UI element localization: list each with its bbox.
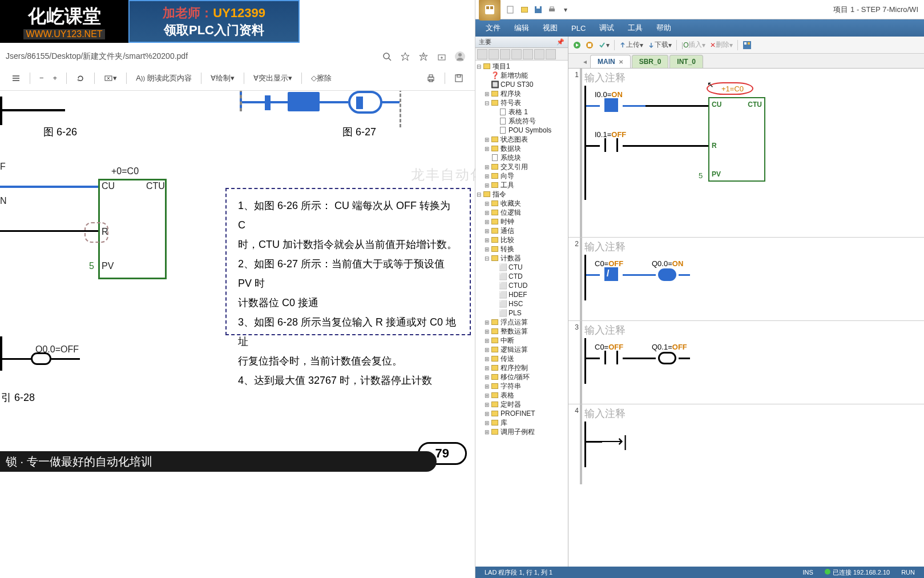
view-btn-1[interactable] [477, 49, 487, 59]
tab-main[interactable]: MAIN✕ [590, 55, 631, 68]
erase-button[interactable]: ◇ 擦除 [306, 71, 336, 86]
coil-q01[interactable] [656, 352, 679, 364]
tree-counter[interactable]: 计数器 [501, 254, 521, 263]
open-icon[interactable] [519, 4, 530, 15]
delete-button[interactable]: ✕删除▾ [708, 40, 735, 50]
tree-convert[interactable]: 转换 [501, 244, 514, 254]
tree-lib[interactable]: 库 [501, 418, 507, 428]
tree-interrupt[interactable]: 中断 [501, 336, 514, 346]
tree-compare[interactable]: 比较 [501, 235, 514, 245]
view-btn-6[interactable] [534, 49, 544, 59]
tree-move[interactable]: 传送 [501, 354, 514, 364]
new-icon[interactable] [505, 4, 517, 15]
star-icon[interactable] [397, 49, 413, 65]
view-btn-5[interactable] [523, 49, 533, 59]
tree-tools[interactable]: 工具 [501, 180, 514, 190]
dropdown-icon[interactable]: ▾ [560, 4, 571, 15]
network-comment[interactable]: 输入注释 [584, 323, 626, 337]
tree-statchart[interactable]: 状态图表 [501, 135, 528, 144]
tree-wizard[interactable]: 向导 [501, 171, 514, 181]
project-tree[interactable]: ⊟项目1 ❓新增功能 🔲CPU ST30 ⊞程序块 ⊟符号表 表格 1 系统符号… [475, 61, 568, 578]
ladder-area[interactable]: 1 输入注释 I0.0=ON +1=C0 ↖ CU [568, 69, 924, 578]
favorites-icon[interactable] [415, 49, 431, 65]
tree-root[interactable]: 项目1 [493, 62, 510, 71]
network-3[interactable]: 3 输入注释 C0=OFF Q0.1=OFF [568, 321, 924, 404]
view-btn-3[interactable] [500, 49, 510, 59]
tree-xref[interactable]: 交叉引用 [501, 162, 528, 172]
menu-file[interactable]: 文件 [479, 23, 507, 33]
app-orb-icon[interactable] [479, 0, 501, 21]
run-icon[interactable] [571, 41, 583, 49]
contact-c0-no[interactable] [600, 351, 623, 364]
menu-view[interactable]: 视图 [536, 23, 564, 33]
close-icon[interactable]: ✕ [619, 59, 623, 65]
tree-instructions[interactable]: 指令 [493, 190, 506, 199]
panel-header-main[interactable]: 主要📌 [475, 37, 568, 48]
toc-icon[interactable] [7, 71, 25, 85]
tree-ctd[interactable]: CTD [509, 272, 523, 280]
tree-comm[interactable]: 通信 [501, 226, 514, 236]
network-comment[interactable]: 输入注释 [584, 407, 626, 420]
tree-timer[interactable]: 定时器 [501, 400, 521, 410]
browser-address-bar[interactable]: Jsers/86155/Desktop/新建文件夹/smart%20200.pd… [0, 47, 475, 66]
tree-ctud[interactable]: CTUD [509, 282, 527, 290]
tree-bitlogic[interactable]: 位逻辑 [501, 208, 521, 218]
tree-cpu[interactable]: CPU ST30 [501, 81, 533, 89]
tree-newfn[interactable]: 新增功能 [501, 71, 528, 81]
tree-float[interactable]: 浮点运算 [501, 318, 528, 327]
download-button[interactable]: 下载▾ [645, 40, 674, 50]
network-comment[interactable]: 输入注释 [584, 71, 626, 85]
network-4[interactable]: 4 输入注释 ⟶| [568, 404, 924, 484]
rotate-icon[interactable] [71, 71, 90, 85]
view-btn-7[interactable] [546, 49, 556, 59]
contact-c0-nc[interactable]: / [600, 267, 623, 281]
zoom-in-button[interactable]: + [49, 71, 62, 85]
ide-titlebar[interactable]: ▾ 项目 1 - STEP 7-Micro/WI [475, 0, 924, 19]
search-icon[interactable] [379, 49, 395, 65]
tree-syssym[interactable]: 系统符号 [509, 117, 536, 126]
misc-icon[interactable] [740, 41, 754, 50]
tree-symtable[interactable]: 符号表 [501, 98, 521, 108]
tab-int0[interactable]: INT_0 [669, 55, 703, 68]
tree-pls[interactable]: PLS [509, 309, 522, 317]
tree-int[interactable]: 整数运算 [501, 327, 528, 336]
tree-table[interactable]: 表格 [501, 391, 514, 400]
save-icon[interactable] [450, 71, 468, 85]
draw-button[interactable]: ∀ 绘制 ▾ [206, 71, 239, 86]
tab-scroll-left[interactable]: ◂ [580, 55, 590, 68]
highlight-button[interactable]: ∀ 突出显示 ▾ [249, 71, 297, 86]
ctu-instruction-box[interactable]: CU CTU R PV [708, 97, 765, 182]
compile-icon[interactable]: ▾ [596, 41, 612, 49]
print-icon[interactable] [546, 4, 558, 15]
collections-icon[interactable] [434, 49, 450, 65]
tree-pousym[interactable]: POU Symbols [509, 126, 551, 134]
tree-sysblk[interactable]: 系统块 [501, 153, 521, 163]
pdf-content[interactable]: 图 6-26 图 6-27 +0=C0 CU CTU F N R 5 PV 1、… [0, 91, 475, 578]
view-btn-2[interactable] [489, 49, 499, 59]
stop-icon[interactable] [583, 41, 596, 49]
tree-fav[interactable]: 收藏夹 [501, 199, 521, 208]
profile-icon[interactable] [452, 49, 468, 65]
tab-sbr0[interactable]: SBR_0 [632, 55, 669, 68]
menu-tools[interactable]: 工具 [621, 23, 649, 33]
network-2[interactable]: 2 输入注释 C0=OFF / Q0.0=ON [568, 238, 924, 321]
fit-page-icon[interactable]: ▾ [99, 71, 122, 85]
contact-i00[interactable] [600, 98, 623, 112]
tree-datablk[interactable]: 数据块 [501, 144, 521, 154]
contact-i01[interactable] [600, 138, 623, 152]
tree-clock[interactable]: 时钟 [501, 217, 514, 227]
menu-edit[interactable]: 编辑 [507, 23, 536, 33]
tree-subr[interactable]: 调用子例程 [501, 427, 535, 437]
menu-debug[interactable]: 调试 [592, 23, 621, 33]
network-1[interactable]: 1 输入注释 I0.0=ON +1=C0 ↖ CU [568, 69, 924, 238]
read-aloud-button[interactable]: A)) 朗读此页内容 [131, 71, 196, 86]
tree-profinet[interactable]: PROFINET [501, 410, 535, 418]
upload-button[interactable]: 上传▾ [617, 40, 645, 50]
tree-string[interactable]: 字符串 [501, 382, 521, 391]
tree-hsc[interactable]: HSC [509, 300, 523, 308]
tree-progblk[interactable]: 程序块 [501, 89, 521, 99]
zoom-out-button[interactable]: − [35, 71, 49, 85]
tree-tab1[interactable]: 表格 1 [509, 107, 528, 117]
tree-shift[interactable]: 移位/循环 [501, 372, 530, 382]
view-btn-4[interactable] [511, 49, 522, 59]
